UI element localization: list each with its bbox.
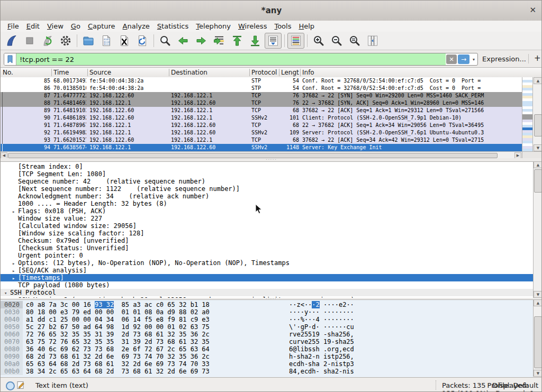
column-divider[interactable]: [87, 69, 88, 76]
column-header-protocol[interactable]: Protocol: [251, 68, 278, 77]
titlebar[interactable]: *any ✕: [1, 1, 542, 21]
scroll-up-arrow-icon[interactable]: ▲: [534, 77, 542, 84]
column-header-source[interactable]: Source: [89, 68, 168, 77]
hex-row-00a0[interactable]: 00a065 63 64 68 2d 73 68 61 32 2d 6e 69 …: [1, 360, 533, 368]
hex-ascii[interactable]: ··z<···2 ····e2··: [289, 301, 354, 308]
menu-item-statistics[interactable]: Statistics: [153, 21, 192, 31]
auto-scroll-button[interactable]: [265, 33, 282, 49]
column-header-info[interactable]: Info: [302, 68, 521, 77]
detail-line[interactable]: ▸Options: (12 bytes), No-Operation (NOP)…: [1, 259, 533, 267]
hex-bytes[interactable]: 72 76 65 32 35 35 31 39 2d 73 68 61 32 3…: [26, 331, 210, 338]
hex-ascii[interactable]: rve25519 -sha256,: [289, 331, 354, 338]
first-packet-button[interactable]: [229, 33, 246, 49]
reload-file-button[interactable]: [134, 33, 151, 49]
hex-bytes[interactable]: 80 18 00 e3 79 ed 00 00 01 01 08 0a d9 8…: [26, 308, 210, 316]
hex-row-0040[interactable]: 0040a1 dd c1 25 00 00 04 34 06 14 f5 e8 …: [1, 316, 533, 323]
detail-line[interactable]: [Window size scaling factor: 128]: [1, 230, 533, 237]
hex-row-0030[interactable]: 003080 18 00 e3 79 ed 00 00 01 01 08 0a …: [1, 308, 533, 316]
open-file-button[interactable]: [80, 33, 97, 49]
hex-row-0020[interactable]: 0020c0 a8 7a 3c 00 16 93 32 85 a3 ac c0 …: [1, 301, 533, 308]
menu-item-help[interactable]: Help: [295, 21, 318, 31]
packet-row-86[interactable]: 8670.013850163fe:54:00:d4:38:2aSTP54Conf…: [1, 85, 522, 92]
packet-list-vscrollbar[interactable]: ▲ ▼: [532, 77, 542, 151]
detail-line[interactable]: [TCP Segment Len: 1080]: [1, 170, 533, 178]
stop-capture-button[interactable]: [21, 33, 38, 49]
scroll-down-arrow-icon[interactable]: ▼: [534, 370, 542, 377]
details-vscrollbar[interactable]: ▲ ▼: [533, 161, 542, 298]
detail-line[interactable]: Acknowledgment number: 34 (relative ack …: [1, 193, 533, 200]
scrollbar-thumb[interactable]: [534, 316, 542, 368]
menu-item-tools[interactable]: Tools: [270, 21, 295, 31]
packet-bytes-pane[interactable]: 0020c0 a8 7a 3c 00 16 93 32 85 a3 ac c0 …: [1, 299, 533, 377]
expand-icon[interactable]: ▸: [12, 208, 15, 215]
detail-line[interactable]: [Next sequence number: 1122 (relative se…: [1, 185, 533, 193]
hex-bytes[interactable]: 63 75 72 76 65 32 35 35 31 39 2d 73 68 6…: [26, 338, 210, 345]
packet-row-91[interactable]: 9171.648789678192.168.122.1192.168.122.6…: [1, 122, 522, 129]
scrollbar-thumb[interactable]: [534, 169, 542, 193]
hex-bytes[interactable]: 65 63 64 68 2d 73 68 61 32 2d 6e 69 73 7…: [26, 360, 210, 368]
scrollbar-thumb[interactable]: [8, 153, 498, 158]
filter-bookmark-button[interactable]: [4, 53, 16, 65]
detail-line[interactable]: [Stream index: 0]: [1, 163, 533, 170]
find-packet-button[interactable]: [157, 33, 174, 49]
menu-item-edit[interactable]: Edit: [23, 21, 43, 31]
column-divider[interactable]: [300, 69, 301, 76]
column-divider[interactable]: [279, 69, 279, 76]
packet-row-85[interactable]: 8568.001734936fe:54:00:d4:38:2aSTP54Conf…: [1, 77, 522, 85]
hex-bytes[interactable]: 68 2d 73 68 61 32 2d 6e 69 73 74 70 32 3…: [26, 353, 210, 360]
detail-line[interactable]: Window size value: 227: [1, 215, 533, 222]
resize-columns-button[interactable]: [364, 33, 381, 49]
packet-row-93[interactable]: 9371.662015274192.168.122.60192.168.122.…: [1, 136, 522, 144]
hex-ascii[interactable]: ecdh-sha 2-nistp3: [289, 360, 354, 368]
packet-row-88[interactable]: 8871.648146932192.168.122.1192.168.122.6…: [1, 99, 522, 107]
start-capture-button[interactable]: [3, 33, 20, 49]
menu-item-file[interactable]: File: [4, 21, 23, 31]
column-header-destination[interactable]: Destination: [171, 68, 248, 77]
expand-icon[interactable]: ▸: [12, 267, 15, 275]
detail-line[interactable]: [Checksum Status: Unverified]: [1, 244, 533, 252]
last-packet-button[interactable]: [247, 33, 264, 49]
detail-line[interactable]: Urgent pointer: 0: [1, 252, 533, 259]
menu-item-analyze[interactable]: Analyze: [119, 21, 153, 31]
capture-comment-icon[interactable]: [17, 381, 25, 389]
profile-status[interactable]: Profile: Default: [487, 381, 538, 389]
packet-list-hscrollbar[interactable]: ◀ ▶: [1, 151, 522, 159]
hex-ascii[interactable]: ····y··· ········: [289, 308, 354, 316]
capture-options-button[interactable]: [57, 33, 74, 49]
bytes-vscrollbar[interactable]: ▲ ▼: [533, 299, 542, 377]
hex-row-0070[interactable]: 007063 75 72 76 65 32 35 35 31 39 2d 73 …: [1, 338, 533, 345]
column-divider[interactable]: [249, 69, 250, 76]
zoom-normal-button[interactable]: [346, 33, 363, 49]
hex-bytes[interactable]: 5c 27 b2 67 50 ad 64 98 1d 92 00 00 01 0…: [26, 323, 210, 331]
scrollbar-thumb[interactable]: [534, 114, 542, 136]
hex-row-0090[interactable]: 009068 2d 73 68 61 32 2d 6e 69 73 74 70 …: [1, 353, 533, 360]
menu-item-telephony[interactable]: Telephony: [192, 21, 234, 31]
expert-info-icon[interactable]: [6, 381, 15, 390]
display-filter-input[interactable]: !tcp.port == 22: [16, 53, 446, 65]
packet-row-90[interactable]: 9071.648618924192.168.122.60192.168.122.…: [1, 114, 522, 122]
go-to-packet-button[interactable]: [211, 33, 228, 49]
previous-packet-button[interactable]: [175, 33, 192, 49]
detail-line[interactable]: TCP payload (1080 bytes): [1, 281, 533, 289]
hex-ascii[interactable]: 84,ecdh- sha2-nis: [289, 368, 354, 375]
packet-row-94[interactable]: 9471.663856741192.168.122.1192.168.122.6…: [1, 144, 522, 151]
menu-item-wireless[interactable]: Wireless: [234, 21, 270, 31]
restart-capture-button[interactable]: [39, 33, 56, 49]
hex-row-0050[interactable]: 00505c 27 b2 67 50 ad 64 98 1d 92 00 00 …: [1, 323, 533, 331]
menu-item-go[interactable]: Go: [67, 21, 84, 31]
zoom-in-button[interactable]: [310, 33, 327, 49]
save-file-button[interactable]: 010101100113: [98, 33, 115, 49]
hex-row-00b0[interactable]: 00b038 34 2c 65 63 64 68 2d 73 68 61 32 …: [1, 368, 533, 375]
close-window-button[interactable]: ✕: [527, 5, 538, 15]
hex-row-0060[interactable]: 006072 76 65 32 35 35 31 39 2d 73 68 61 …: [1, 331, 533, 338]
packet-row-87[interactable]: 8771.647777234192.168.122.60192.168.122.…: [1, 92, 522, 99]
hex-ascii[interactable]: ···%···4 ········: [289, 316, 354, 323]
next-packet-button[interactable]: [193, 33, 210, 49]
expand-icon[interactable]: ▸: [12, 275, 15, 282]
close-file-button[interactable]: [116, 33, 133, 49]
detail-line[interactable]: ▸[SEQ/ACK analysis]: [1, 267, 533, 274]
packet-row-92[interactable]: 9271.661949820192.168.122.1192.168.122.6…: [1, 129, 522, 136]
expand-icon[interactable]: ▸: [12, 260, 15, 267]
hex-row-0080[interactable]: 008036 40 6c 69 62 73 73 68 2e 6f 72 67 …: [1, 345, 533, 353]
scroll-down-arrow-icon[interactable]: ▼: [534, 291, 542, 298]
